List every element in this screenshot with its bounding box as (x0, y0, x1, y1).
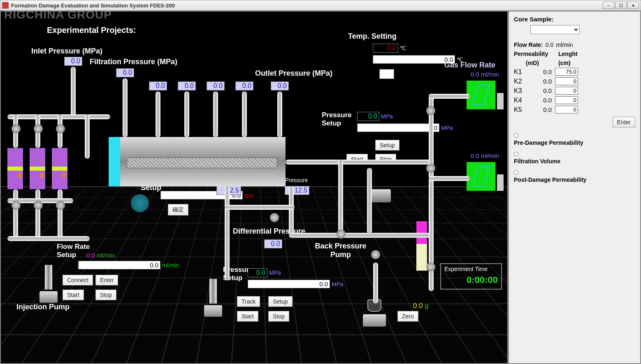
gas-meter-2 (467, 162, 495, 191)
rpm-confirm-button[interactable]: 确定 (168, 204, 188, 216)
frs-start-button[interactable]: Start (63, 290, 84, 300)
temp-setup-button[interactable] (379, 69, 394, 79)
valve-icon (34, 201, 43, 210)
pre-damage-radio[interactable] (514, 133, 635, 138)
ps1-unit-2: MPa (441, 125, 453, 131)
piston-2: 活塞容器 (30, 148, 45, 189)
gas-flow-label: Gas Flow Rate (444, 61, 495, 70)
filtration-vol-label: Filtration Volume (514, 158, 635, 165)
k-row-2: K2 0.0 (514, 77, 635, 85)
experiment-time-value: 0:00:00 (444, 275, 498, 285)
k1-len-input[interactable] (555, 68, 578, 76)
watermark: RIGCHINA GROUP (4, 8, 112, 21)
gas-meter-1 (467, 81, 495, 109)
ps2-setup-button[interactable]: Setup (268, 296, 293, 307)
weight-unit: g (425, 302, 428, 310)
maximize-button[interactable]: ☐ (615, 2, 627, 9)
close-button[interactable]: ✕ (627, 2, 639, 9)
temp-set-input[interactable] (373, 55, 455, 64)
filtration-main-readout: 0.0 (116, 68, 134, 77)
frs-unit-1: ml/min (97, 252, 115, 259)
valve-icon (56, 201, 65, 210)
filtration-tap-3: 0.0 (207, 81, 225, 90)
frs-reading: 0.0 (86, 252, 95, 259)
filtration-vol-radio[interactable] (514, 152, 635, 156)
filtration-tap-2: 0.0 (178, 81, 196, 90)
visualization-panel: Experimental Projects: Inlet Pressure (M… (0, 11, 508, 364)
core-holder (109, 137, 286, 186)
valve-icon (426, 164, 435, 173)
piston-1: 活塞容器 (7, 148, 23, 189)
ps2-set-input[interactable] (248, 280, 330, 288)
inlet-pressure-readout: 0.0 (64, 57, 82, 66)
scale-icon (363, 299, 386, 328)
post-damage-radio[interactable] (514, 170, 635, 175)
valve-icon (270, 213, 279, 222)
fan-icon (131, 194, 149, 212)
ps2-track-button[interactable]: Track (237, 296, 260, 307)
frs-stop-button[interactable]: Stop (95, 290, 116, 300)
minimize-button[interactable]: – (603, 2, 614, 9)
perm-unit: (mD) (526, 60, 539, 66)
side-panel: Core Sample: Flow Rate: 0.0 ml/min Perme… (508, 11, 641, 364)
ps2-unit-1: MPa (269, 269, 281, 276)
temp-setting-label: Temp. Setting (348, 32, 397, 41)
projects-label: Experimental Projects: (47, 26, 136, 35)
back-pressure-label: Back Pressure Pump (308, 242, 374, 259)
frs-enter-button[interactable]: Enter (95, 275, 118, 285)
k4-len-input[interactable] (555, 96, 578, 104)
k5-len-input[interactable] (555, 106, 578, 114)
k3-len-input[interactable] (555, 87, 578, 95)
gas-flow-1-unit: ml/min (481, 71, 499, 78)
valve-icon (426, 106, 435, 115)
k-enter-button[interactable]: Enter (613, 117, 635, 128)
len-unit: (cm) (558, 60, 571, 66)
weight-value: 0.0 (413, 302, 423, 310)
side-flow-rate-unit: ml/min (556, 42, 573, 48)
len-head: Lenght (558, 51, 578, 57)
filtration-pressure-label: Filtration Pressure (MPa) (90, 58, 177, 66)
inlet-pressure-label: Inlet Pressure (MPa) (31, 47, 102, 56)
bp-pump-icon (204, 279, 222, 320)
gas-flow-1-value: 0.0 (471, 71, 479, 78)
axial-readout: -12.5 (285, 186, 309, 195)
rpm-unit: rpm (244, 192, 254, 199)
temp-unit-1: ℃ (400, 45, 406, 51)
outlet-pressure-readout: 0.0 (271, 81, 289, 90)
valve-icon (34, 124, 43, 133)
k-row-5: K5 0.0 (514, 106, 635, 114)
perm-head: Permeability (514, 51, 548, 57)
temp-reading: 0.0 (373, 44, 398, 53)
core-sample-select[interactable] (530, 25, 580, 34)
valve-icon (56, 124, 65, 133)
gas-flow-2-value: 0.0 (471, 152, 479, 159)
valve-icon (426, 262, 435, 271)
bp-tank (416, 221, 427, 271)
frs-set-input[interactable] (78, 261, 160, 269)
ps1-setup-button[interactable]: Setup (375, 140, 399, 151)
outlet-pressure-label: Outlet Pressure (MPa) (255, 69, 332, 78)
frs-connect-button[interactable]: Connect (63, 275, 93, 285)
gas-flow-2-unit: ml/min (481, 152, 499, 159)
pressure-setup-label-1: PressureSetup (322, 111, 352, 128)
window-title: Formation Damage Evaluation and Simulati… (11, 2, 175, 9)
ps2-start-button[interactable]: Start (237, 311, 258, 322)
flow-rate-setup-label: Flow RateSetup (57, 243, 90, 259)
k-row-3: K3 0.0 (514, 87, 635, 95)
k2-len-input[interactable] (555, 77, 578, 85)
ps2-unit-2: MPa (332, 281, 344, 287)
filtration-tap-4: 0.0 (235, 81, 253, 90)
valve-icon (337, 230, 346, 239)
side-flow-rate-value: 0.0 (546, 42, 553, 48)
piston-3: 活塞容器 (52, 148, 67, 189)
valve-icon (371, 250, 380, 259)
frs-unit-2: ml/min (162, 262, 179, 269)
ps2-stop-button[interactable]: Stop (268, 311, 289, 322)
motor-icon (371, 189, 391, 202)
k-row-4: K4 0.0 (514, 96, 635, 104)
weight-zero-button[interactable]: Zero (397, 311, 418, 322)
ps1-set-input[interactable] (357, 123, 439, 132)
valve-icon (12, 124, 21, 133)
app-icon (2, 2, 9, 9)
post-damage-label: Post-Damage Permeability (514, 176, 635, 183)
